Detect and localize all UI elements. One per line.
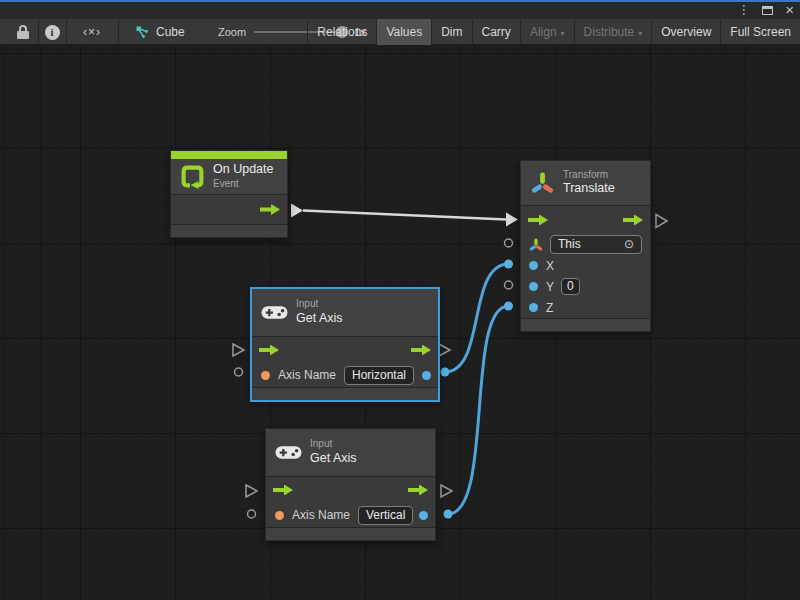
flow-output-arrow-icon[interactable] <box>623 215 643 226</box>
axis-name-row: Axis Name Vertical <box>266 503 435 527</box>
overview-button[interactable]: Overview <box>651 19 720 45</box>
graph-reference-icon <box>136 26 149 39</box>
distribute-dropdown[interactable]: Distribute ▾ <box>574 19 652 45</box>
axis-name-label: Axis Name <box>292 508 350 522</box>
button-label: Overview <box>661 25 711 39</box>
node-header: Input Get Axis <box>266 429 435 477</box>
node-header: Input Get Axis <box>252 289 438 337</box>
node-subtitle: Event <box>213 178 273 191</box>
flow-port-row <box>171 195 287 224</box>
z-port-row: Z <box>521 297 650 318</box>
lock-icon <box>17 25 29 39</box>
node-title: On Update <box>213 162 273 178</box>
graph-toolbar: i ‹×› Cube Zoom 1x Relations Values Dim <box>0 19 800 45</box>
breadcrumb-label: Cube <box>156 25 185 39</box>
zoom-label: Zoom <box>218 26 246 38</box>
node-footer <box>171 224 287 237</box>
target-value: This <box>558 237 581 251</box>
flow-input-arrow-icon[interactable] <box>259 345 279 356</box>
flow-port-row <box>252 337 438 363</box>
y-port-dot[interactable] <box>529 282 538 291</box>
button-label: Carry <box>482 25 511 39</box>
toolbar-button-group: Relations Values Dim Carry Align ▾ Distr… <box>307 19 800 45</box>
result-port-dot[interactable] <box>422 371 431 380</box>
fullscreen-button[interactable]: Full Screen <box>720 19 800 45</box>
window-menu-icon[interactable]: ⋮ <box>737 3 750 17</box>
node-header: Transform Translate <box>521 161 650 206</box>
result-port-dot[interactable] <box>419 511 428 520</box>
button-label: Dim <box>441 25 462 39</box>
z-port-label: Z <box>546 301 553 315</box>
node-title: Translate <box>563 181 615 197</box>
node-category: Input <box>296 298 343 311</box>
carry-button[interactable]: Carry <box>472 19 520 45</box>
node-getaxis-vertical[interactable]: Input Get Axis Axis Name Vertical <box>265 428 436 541</box>
dropdown-arrow-icon: ▾ <box>561 29 565 38</box>
y-port-label: Y <box>546 280 554 294</box>
button-label: Align <box>530 25 557 39</box>
toolbar-separator <box>118 19 119 45</box>
x-port-row: X <box>521 255 650 276</box>
axis-name-port-dot[interactable] <box>275 511 284 520</box>
axis-name-value-field[interactable]: Vertical <box>358 506 413 525</box>
transform-mini-icon <box>529 238 543 252</box>
node-header: On Update Event <box>171 159 287 195</box>
unity-visual-scripting-window: { "window": { "tab_title": "Script Graph… <box>0 0 800 600</box>
flow-output-arrow-icon[interactable] <box>260 204 280 215</box>
title-bar: ⋮ × <box>0 0 800 19</box>
axis-name-label: Axis Name <box>278 368 336 382</box>
align-dropdown[interactable]: Align ▾ <box>520 19 574 45</box>
button-label: Relations <box>317 25 367 39</box>
button-label: Full Screen <box>730 25 791 39</box>
flow-port-row <box>521 206 650 234</box>
event-color-bar <box>171 151 287 159</box>
node-category: Input <box>310 438 357 451</box>
axis-name-port-dot[interactable] <box>261 371 270 380</box>
window-close-icon[interactable]: × <box>785 3 794 17</box>
flow-output-arrow-icon[interactable] <box>411 345 431 356</box>
gamepad-icon <box>261 304 288 321</box>
flow-port-row <box>266 477 435 503</box>
code-icon: ‹×› <box>83 25 101 39</box>
object-picker-icon[interactable]: ⊙ <box>624 237 634 251</box>
button-label: Values <box>386 25 422 39</box>
dropdown-arrow-icon: ▾ <box>638 29 642 38</box>
node-getaxis-horizontal[interactable]: Input Get Axis Axis Name Horizontal <box>251 288 439 401</box>
y-port-row: Y 0 <box>521 276 650 297</box>
lock-button[interactable] <box>8 19 38 45</box>
flow-output-arrow-icon[interactable] <box>408 485 428 496</box>
loop-event-icon <box>180 164 205 189</box>
info-icon: i <box>45 25 60 40</box>
flow-input-arrow-icon[interactable] <box>273 485 293 496</box>
target-object-field[interactable]: This ⊙ <box>550 235 642 254</box>
y-value-field[interactable]: 0 <box>561 278 580 295</box>
node-title: Get Axis <box>296 311 343 327</box>
gamepad-icon <box>275 444 302 461</box>
window-focus-line <box>0 0 800 2</box>
transform-icon <box>530 171 555 196</box>
axis-name-value-field[interactable]: Horizontal <box>344 366 414 385</box>
axis-name-row: Axis Name Horizontal <box>252 363 438 387</box>
window-maximize-icon[interactable] <box>762 6 773 15</box>
node-footer <box>521 318 650 331</box>
code-view-button[interactable]: ‹×› <box>66 19 118 45</box>
dim-button[interactable]: Dim <box>431 19 471 45</box>
node-category: Transform <box>563 169 615 182</box>
relations-button[interactable]: Relations <box>307 19 376 45</box>
flow-input-arrow-icon[interactable] <box>528 215 548 226</box>
node-footer <box>266 527 435 540</box>
z-port-dot[interactable] <box>529 303 538 312</box>
x-port-label: X <box>546 259 554 273</box>
values-button[interactable]: Values <box>376 19 431 45</box>
button-label: Distribute <box>584 25 635 39</box>
node-on-update[interactable]: On Update Event <box>170 150 288 238</box>
x-port-dot[interactable] <box>529 261 538 270</box>
graph-breadcrumb[interactable]: Cube <box>128 19 193 45</box>
target-port-row: This ⊙ <box>521 234 650 255</box>
node-title: Get Axis <box>310 451 357 467</box>
node-translate[interactable]: Transform Translate This ⊙ X Y 0 Z <box>520 160 651 332</box>
node-footer <box>252 387 438 400</box>
info-button[interactable]: i <box>38 19 66 45</box>
